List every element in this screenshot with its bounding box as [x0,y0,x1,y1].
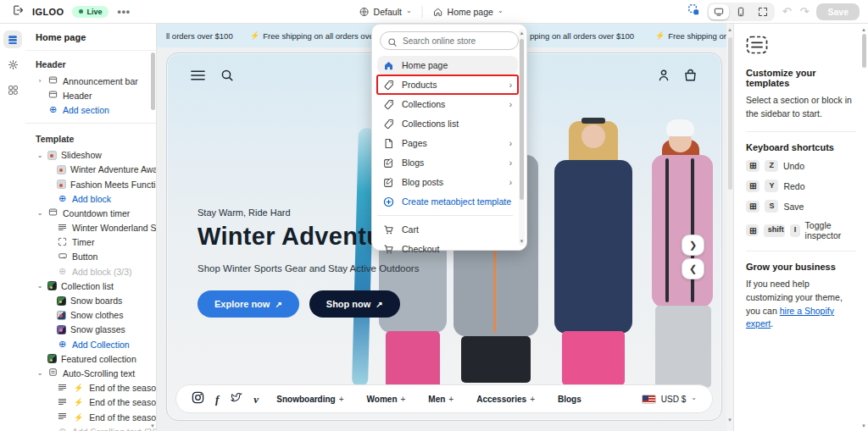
add-circle-icon: ⊕ [57,267,68,276]
keycap: Y [765,180,778,192]
footer-link-men[interactable]: Men+ [428,395,453,404]
sidebar-item-auto-scrolling-text[interactable]: ⌄Auto-Scrolling text [25,366,156,380]
menu-item-collections-list[interactable]: Collections list [377,114,518,133]
sidebar-item-label: End of the season sale [89,383,156,393]
sidebar-item-end-of-the-season-sale[interactable]: ⚡End of the season sale [25,381,156,395]
sidebar-item-snow-boards[interactable]: Snow boards [25,293,156,307]
search-icon [387,36,398,51]
save-button[interactable]: Save [816,3,860,20]
sidebar-item-announcement-bar[interactable]: ›Announcement bar [25,74,156,88]
view-selector[interactable]: Default⌄ [359,7,412,17]
sidebar-item-collection-list[interactable]: ⌄Collection list [25,279,156,293]
account-icon[interactable] [657,69,670,86]
command-key-icon: ⊞ [746,201,760,213]
sections-sidebar: Home page Header›Announcement barHeader⊕… [25,24,157,431]
inspector-scrollbar[interactable] [862,34,866,68]
menu-item-blogs[interactable]: Blogs› [377,153,518,172]
slideshow-next-button[interactable]: ❯ [682,235,704,256]
footer-link-accessories[interactable]: Accessories+ [476,395,535,404]
shop-now-button[interactable]: Shop now↗ [309,290,400,318]
sidebar-item-winter-adventure-awaits[interactable]: Winter Adventure Awaits [25,163,156,177]
sidebar-item-label: Snow glasses [70,324,125,334]
menu-item-label: Create metaobject template [402,196,511,207]
menu-item-blog-posts[interactable]: Blog posts› [377,173,518,191]
sidebar-item-button[interactable]: Button [25,250,156,264]
chevron-down-icon[interactable]: ⌄ [36,369,43,377]
app-embeds-icon[interactable] [3,81,22,99]
undo-icon[interactable]: ↶ [782,6,793,17]
desktop-preview-button[interactable] [709,4,729,19]
sidebar-item-add-collection[interactable]: ⊕Add Collection [25,337,156,351]
menu-search-input[interactable] [380,31,519,50]
menu-hamburger-icon[interactable] [191,69,205,85]
sidebar-item-header[interactable]: Header [25,88,156,102]
chevron-down-icon[interactable]: ⌄ [36,152,43,159]
search-icon[interactable] [220,69,234,86]
vimeo-icon[interactable]: v [253,394,259,405]
inspector-toggle-icon[interactable] [687,3,700,19]
menu-item-label: Checkout [402,244,439,254]
command-key-icon: ⊞ [746,180,760,192]
sidebar-item-add-section[interactable]: ⊕Add section [25,102,156,117]
chevron-down-icon[interactable]: ⌄ [36,209,43,217]
more-actions-icon[interactable]: ••• [117,6,131,18]
add-circle-icon: ⊕ [57,427,68,431]
page-selector[interactable]: Home page⌄ [433,7,504,17]
sidebar-item-snow-clothes[interactable]: Snow clothes [25,308,156,323]
chevron-down-icon[interactable]: ⌄ [36,282,43,290]
redo-icon[interactable]: ↷ [799,6,810,17]
section-icon [47,75,58,86]
sidebar-scroll-down-icon[interactable]: ▼ [150,423,155,428]
sidebar-item-end-of-the-season-sale[interactable]: ⚡End of the season sale [25,410,156,424]
currency-selector[interactable]: USD $ ⌄ [642,395,697,404]
sidebar-scrollbar[interactable] [151,52,155,110]
fullscreen-preview-button[interactable] [753,4,773,19]
menu-item-checkout[interactable]: Checkout [377,240,518,258]
tag-icon [383,119,394,130]
sidebar-item-slideshow[interactable]: ⌄Slideshow [25,148,156,163]
chevron-down-icon: ⌄ [406,7,412,14]
sidebar-item-countdown-timer[interactable]: ⌄Countdown timer [25,206,156,220]
sidebar-item-label: Add Scrolling text (3/3) [72,427,156,431]
menu-item-collections[interactable]: Collections› [377,95,518,113]
inspector-scroll-down-icon[interactable]: ▼ [861,423,866,428]
theme-settings-gear-icon[interactable] [3,56,22,74]
inspector-scroll-up-icon[interactable]: ▲ [861,27,866,32]
canvas-scrollbar[interactable]: ▲ ▼ [726,24,733,431]
sidebar-item-label: Button [72,251,97,262]
facebook-icon[interactable]: f [215,394,219,405]
twitter-icon[interactable] [230,391,242,406]
section-icon [47,90,58,101]
footer-link-blogs[interactable]: Blogs [558,395,581,404]
sidebar-item-add-block[interactable]: ⊕Add block [25,191,156,206]
template-section-icon [746,36,856,56]
grow-business-title: Grow your business [746,262,856,272]
footer-link-snowboarding[interactable]: Snowboarding+ [276,395,343,404]
sections-panel-icon[interactable] [3,30,22,48]
menu-item-cart[interactable]: Cart [377,220,518,239]
slideshow-previous-button[interactable]: ❮ [682,258,704,279]
explore-now-button[interactable]: Explore now↗ [198,290,299,318]
sidebar-item-snow-glasses[interactable]: Snow glasses [25,323,156,337]
footer-link-women[interactable]: Women+ [367,395,406,404]
sidebar-item-end-of-the-season-sale[interactable]: ⚡End of the season sale [25,395,156,410]
sidebar-group-label: Header [25,54,156,74]
sidebar-item-fashion-meets-function[interactable]: Fashion Meets Function [25,177,156,191]
chevron-right-icon[interactable]: › [36,77,43,85]
sidebar-item-winter-wonderland-sale[interactable]: Winter Wonderland Sale [25,221,156,235]
menu-item-products[interactable]: Products› [377,75,518,94]
menu-item-home-page[interactable]: Home page [377,56,518,75]
exit-editor-icon[interactable] [12,4,24,19]
menu-item-pages[interactable]: Pages› [377,134,518,152]
menu-scrollbar[interactable]: ▲ ▼ [519,29,525,246]
sidebar-item-timer[interactable]: Timer [25,235,156,250]
instagram-icon[interactable] [192,391,204,407]
mobile-preview-button[interactable] [731,4,751,19]
button-icon [57,251,68,262]
shortcut-row-redo: ⊞YRedo [746,180,856,192]
left-rail [0,24,25,431]
plus-icon: + [530,395,535,404]
sidebar-item-featured-collection[interactable]: Featured collection [25,351,156,366]
cart-bag-icon[interactable] [683,69,698,86]
menu-item-create-metaobject-template[interactable]: Create metaobject template [377,192,518,211]
